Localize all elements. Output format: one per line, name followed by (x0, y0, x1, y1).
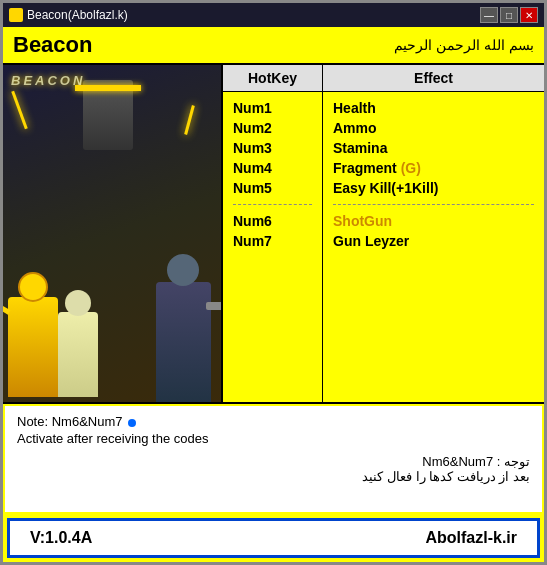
key-num1: Num1 (233, 100, 312, 116)
title-bar: Beacon(Abolfazl.k) — □ ✕ (3, 3, 544, 27)
char-center-body (58, 312, 98, 397)
minimize-button[interactable]: — (480, 7, 498, 23)
app-icon (9, 8, 23, 22)
char-right-head (167, 254, 199, 286)
note-line1-row: Note: Nm6&Num7 (17, 414, 530, 431)
title-bar-left: Beacon(Abolfazl.k) (9, 8, 128, 22)
effect-health: Health (333, 100, 534, 116)
effect-shotgun: ShotGun (333, 213, 534, 229)
effect-gunleyzer: Gun Leyzer (333, 233, 534, 249)
note-line1: Note: Nm6&Num7 (17, 414, 122, 429)
effect-column: Health Ammo Stamina Fragment (G) Easy Ki… (323, 92, 544, 402)
char-yellow-head (18, 272, 48, 302)
effect-easykill: Easy Kill(+1Kill) (333, 180, 534, 196)
main-window: Beacon(Abolfazl.k) — □ ✕ Beacon بسم الله… (0, 0, 547, 565)
mech-body (83, 80, 133, 150)
divider-1 (233, 204, 312, 205)
note-line2: Activate after receiving the codes (17, 431, 530, 446)
arabic-key-text: Nm6&Num7 (422, 454, 493, 469)
arabic-header: بسم الله الرحمن الرحیم (394, 37, 534, 53)
header-bar: Beacon بسم الله الرحمن الرحیم (3, 27, 544, 65)
char-right-body (156, 282, 211, 402)
svg-point-0 (12, 11, 20, 19)
fragment-suffix: (G) (401, 160, 421, 176)
version-label: V:1.0.4A (30, 529, 92, 547)
note-arabic-section: توجه : Nm6&Num7 بعد از دریافت کدها را فع… (17, 454, 530, 484)
table-body: Num1 Num2 Num3 Num4 Num5 Num6 Num7 Healt… (223, 92, 544, 402)
hotkey-panel: HotKey Effect Num1 Num2 Num3 Num4 Num5 N… (223, 65, 544, 402)
effect-ammo: Ammo (333, 120, 534, 136)
key-num3: Num3 (233, 140, 312, 156)
main-content: BEACON (3, 65, 544, 404)
note-section: Note: Nm6&Num7 Activate after receiving … (3, 404, 544, 514)
col-effect-header: Effect (323, 65, 544, 91)
content-area: Beacon بسم الله الرحمن الرحیم BEACON (3, 27, 544, 562)
window-controls: — □ ✕ (480, 7, 538, 23)
site-label: Abolfazl-k.ir (425, 529, 517, 547)
hotkey-column: Num1 Num2 Num3 Num4 Num5 Num6 Num7 (223, 92, 323, 402)
table-header: HotKey Effect (223, 65, 544, 92)
arabic-instruction: بعد از دریافت کدها را فعال کنید (17, 469, 530, 484)
footer-bar: V:1.0.4A Abolfazl-k.ir (7, 518, 540, 558)
effect-stamina: Stamina (333, 140, 534, 156)
key-num2: Num2 (233, 120, 312, 136)
key-num6: Num6 (233, 213, 312, 229)
char-center-head (65, 290, 91, 316)
beacon-label: BEACON (11, 73, 85, 88)
gun-1 (206, 302, 223, 310)
key-num4: Num4 (233, 160, 312, 176)
effect-fragment: Fragment (G) (333, 160, 534, 176)
col-hotkey-header: HotKey (223, 65, 323, 91)
maximize-button[interactable]: □ (500, 7, 518, 23)
key-num5: Num5 (233, 180, 312, 196)
close-button[interactable]: ✕ (520, 7, 538, 23)
game-image-panel: BEACON (3, 65, 223, 402)
key-num7: Num7 (233, 233, 312, 249)
arabic-label-text: توجه : (497, 454, 530, 469)
arabic-key-label: توجه : Nm6&Num7 (17, 454, 530, 469)
char-yellow-body (8, 297, 58, 397)
app-title: Beacon (13, 32, 92, 58)
window-title: Beacon(Abolfazl.k) (27, 8, 128, 22)
blue-dot-indicator (128, 419, 136, 427)
divider-2 (333, 204, 534, 205)
